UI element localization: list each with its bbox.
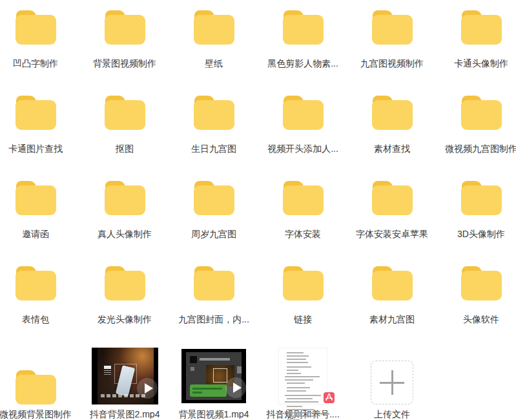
document-text-lines <box>279 350 327 420</box>
folder-icon <box>283 266 324 300</box>
folder-icon <box>105 181 145 215</box>
folder-item[interactable]: 微视频背景图制作 <box>0 344 80 420</box>
folder-item[interactable]: 卡通头像制作 <box>437 3 516 88</box>
item-label: 3D头像制作 <box>457 229 505 238</box>
item-label: 背景图视频1.mp4 <box>179 410 249 419</box>
item-label: 微视频九宫图制作 <box>445 144 516 153</box>
folder-icon <box>283 96 324 130</box>
folder-item[interactable]: 链接 <box>258 258 347 344</box>
item-label: 卡通图片查找 <box>8 144 63 153</box>
item-label: 邀请函 <box>22 229 49 238</box>
item-label: 生日九宫图 <box>191 144 236 153</box>
video-item[interactable]: 抖音背景图2.mp4 <box>80 344 169 420</box>
folder-item[interactable]: 九宫图封面，内... <box>169 258 258 344</box>
folder-item[interactable]: 壁纸 <box>169 3 258 88</box>
video-thumbnail[interactable] <box>92 348 158 404</box>
folder-icon <box>15 266 56 300</box>
upload-item[interactable]: 上传文件 <box>347 344 437 420</box>
folder-icon <box>194 181 234 215</box>
chat-title <box>200 358 230 361</box>
item-label: 表情包 <box>22 315 49 324</box>
item-label: 上传文件 <box>374 410 410 419</box>
folder-icon <box>283 181 324 215</box>
watermark <box>104 366 111 377</box>
pdf-icon <box>324 392 335 403</box>
item-label: 素材九宫图 <box>369 315 415 324</box>
folder-icon <box>194 10 234 45</box>
item-label: 字体安装安卓苹果 <box>356 229 428 238</box>
play-icon[interactable] <box>137 378 158 399</box>
folder-icon <box>15 96 56 130</box>
folder-item[interactable]: 生日九宫图 <box>169 88 258 173</box>
small-icon <box>191 367 194 371</box>
item-label: 抖音背景图2.mp4 <box>90 410 160 419</box>
folder-icon <box>15 181 56 215</box>
folder-icon <box>461 266 502 300</box>
folder-item[interactable]: 凹凸字制作 <box>0 3 80 88</box>
item-label: 头像软件 <box>463 315 499 324</box>
folder-icon <box>372 181 413 215</box>
avatar <box>190 356 197 363</box>
item-label: 九宫图视频制作 <box>360 59 424 68</box>
folder-icon <box>372 96 413 130</box>
item-label: 素材查找 <box>374 144 410 153</box>
folder-item[interactable]: 黑色剪影人物素... <box>258 3 347 88</box>
folder-item[interactable]: 背景图视频制作 <box>80 3 169 88</box>
folder-icon <box>461 96 502 130</box>
video-thumbnail[interactable] <box>181 349 246 403</box>
folder-icon <box>283 10 324 45</box>
item-label: 字体安装 <box>285 229 321 238</box>
item-label: 抠图 <box>116 144 134 153</box>
chat-bubble <box>190 384 227 397</box>
pdf-preview[interactable] <box>278 348 327 404</box>
folder-item[interactable]: 邀请函 <box>0 173 80 258</box>
folder-item[interactable]: 素材查找 <box>347 88 437 173</box>
folder-icon <box>105 96 145 130</box>
folder-icon <box>372 10 413 45</box>
item-label: 凹凸字制作 <box>13 59 58 68</box>
folder-icon <box>105 266 145 300</box>
upload-dropzone[interactable] <box>371 361 413 404</box>
folder-item[interactable]: 九宫图视频制作 <box>347 3 437 88</box>
item-label: 微视频背景图制作 <box>0 410 72 419</box>
play-icon[interactable] <box>225 377 246 398</box>
folder-item[interactable]: 抠图 <box>80 88 169 173</box>
item-label: 视频开头添加人... <box>267 144 338 153</box>
folder-icon <box>372 266 413 300</box>
folder-icon <box>15 10 56 45</box>
folder-item[interactable]: 视频开头添加人... <box>258 88 347 173</box>
item-label: 链接 <box>294 315 312 324</box>
folder-item[interactable]: 3D头像制作 <box>437 173 516 258</box>
item-label: 壁纸 <box>205 59 223 68</box>
side-thumb <box>237 366 242 373</box>
pdf-item[interactable]: 抖音规则和养号.... <box>258 344 347 420</box>
folder-item[interactable]: 头像软件 <box>437 258 516 344</box>
folder-icon <box>194 96 234 130</box>
item-label: 九宫图封面，内... <box>178 315 249 324</box>
item-label: 周岁九宫图 <box>191 229 236 238</box>
folder-icon <box>194 266 234 300</box>
file-grid: 凹凸字制作 背景图视频制作 壁纸 黑色剪影人物素... 九宫图视频制作 卡通头像… <box>0 3 516 420</box>
plus-icon <box>380 370 404 395</box>
folder-item[interactable]: 表情包 <box>0 258 80 344</box>
item-label: 真人头像制作 <box>98 229 152 238</box>
folder-item[interactable]: 字体安装安卓苹果 <box>347 173 437 258</box>
folder-icon <box>105 10 145 45</box>
folder-icon <box>461 181 502 215</box>
item-label: 黑色剪影人物素... <box>267 59 338 68</box>
focus-frame <box>213 368 227 383</box>
folder-item[interactable]: 周岁九宫图 <box>169 173 258 258</box>
folder-item[interactable]: 发光头像制作 <box>80 258 169 344</box>
item-label: 背景图视频制作 <box>93 59 156 68</box>
folder-item[interactable]: 真人头像制作 <box>80 173 169 258</box>
folder-item[interactable]: 微视频九宫图制作 <box>437 88 516 173</box>
folder-item[interactable]: 卡通图片查找 <box>0 88 80 173</box>
item-label: 卡通头像制作 <box>454 59 508 68</box>
item-label: 发光头像制作 <box>98 315 152 324</box>
folder-icon <box>461 10 502 45</box>
folder-icon <box>15 370 56 404</box>
folder-item[interactable]: 素材九宫图 <box>347 258 437 344</box>
video-item[interactable]: 背景图视频1.mp4 <box>169 344 258 420</box>
folder-item[interactable]: 字体安装 <box>258 173 347 258</box>
